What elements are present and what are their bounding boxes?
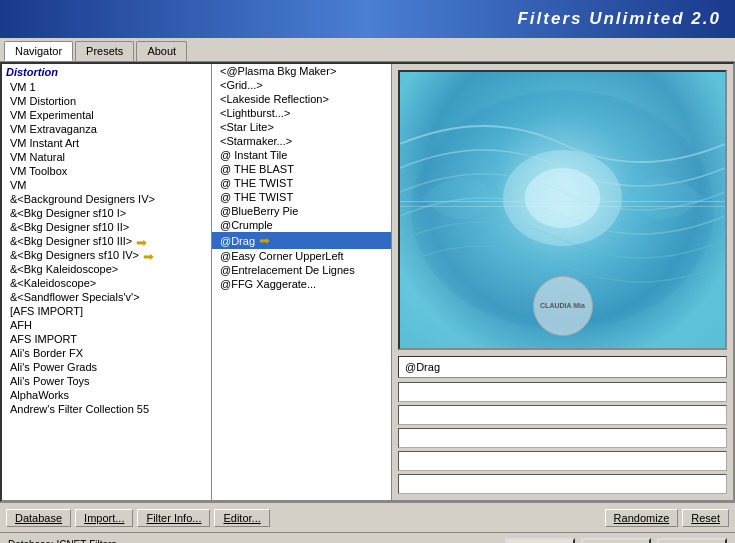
editor-button[interactable]: Editor...: [214, 509, 269, 527]
status-buttons: Apply Cancel Help: [505, 538, 727, 543]
left-list-item[interactable]: Ali's Power Toys: [2, 374, 211, 388]
left-list-item[interactable]: VM Natural: [2, 150, 211, 164]
left-list-item[interactable]: VM Distortion: [2, 94, 211, 108]
main-content: Distortion VM 1VM DistortionVM Experimen…: [0, 62, 735, 502]
preview-area: CLAUDIA Mia: [398, 70, 727, 350]
right-list-item[interactable]: <Lakeside Reflection>: [212, 92, 391, 106]
filter-info-button[interactable]: Filter Info...: [137, 509, 210, 527]
right-list-item[interactable]: @Entrelacement De Lignes: [212, 263, 391, 277]
params-area: [398, 382, 727, 494]
import-button[interactable]: Import...: [75, 509, 133, 527]
left-list-item[interactable]: VM Instant Art: [2, 136, 211, 150]
arrow-icon: ➡: [136, 235, 152, 247]
help-button[interactable]: Help: [657, 538, 727, 543]
left-list-item[interactable]: &<Kaleidoscope>: [2, 276, 211, 290]
right-list-item[interactable]: @BlueBerry Pie: [212, 204, 391, 218]
database-label: Database:: [8, 539, 54, 543]
preview-watermark: CLAUDIA Mia: [533, 276, 593, 336]
left-list-item[interactable]: AlphaWorks: [2, 388, 211, 402]
right-list-item[interactable]: @ THE BLAST: [212, 162, 391, 176]
left-list-item[interactable]: Ali's Power Grads: [2, 360, 211, 374]
param-row-2: [398, 405, 727, 425]
left-list-item[interactable]: &<Bkg Designer sf10 I>: [2, 206, 211, 220]
right-list-item[interactable]: @ Instant Tile: [212, 148, 391, 162]
status-database-row: Database: ICNET-Filters: [8, 539, 116, 543]
left-list-item[interactable]: AFH: [2, 318, 211, 332]
right-panel: CLAUDIA Mia @Drag: [392, 64, 733, 500]
preview-canvas: CLAUDIA Mia: [400, 72, 725, 348]
left-list-item[interactable]: &<Bkg Designer sf10 II>: [2, 220, 211, 234]
param-row-4: [398, 451, 727, 471]
left-list-item[interactable]: &<Bkg Designer sf10 III>➡: [2, 234, 211, 248]
section-header: Distortion: [2, 64, 211, 80]
param-row-5: [398, 474, 727, 494]
filter-name-text: @Drag: [405, 361, 440, 373]
bottom-toolbar: Database Import... Filter Info... Editor…: [0, 502, 735, 532]
filter-name-bar: @Drag: [398, 356, 727, 378]
tab-about[interactable]: About: [136, 41, 187, 61]
right-list-item[interactable]: @ THE TWIST: [212, 176, 391, 190]
title-bar: Filters Unlimited 2.0: [0, 0, 735, 38]
left-panel: Distortion VM 1VM DistortionVM Experimen…: [2, 64, 212, 500]
svg-point-2: [525, 168, 601, 228]
left-list-item[interactable]: [AFS IMPORT]: [2, 304, 211, 318]
right-list-item[interactable]: @ THE TWIST: [212, 190, 391, 204]
database-value: ICNET-Filters: [56, 539, 116, 543]
left-list-item[interactable]: VM Toolbox: [2, 164, 211, 178]
arrow-icon: ➡: [143, 249, 159, 261]
randomize-button[interactable]: Randomize: [605, 509, 679, 527]
status-info: Database: ICNET-Filters Filters: 2770: [8, 539, 116, 543]
right-list-item[interactable]: <Grid...>: [212, 78, 391, 92]
left-list-item[interactable]: &<Background Designers IV>: [2, 192, 211, 206]
left-list-scroll[interactable]: VM 1VM DistortionVM ExperimentalVM Extra…: [2, 80, 211, 500]
left-list-item[interactable]: &<Bkg Designers sf10 IV>➡: [2, 248, 211, 262]
right-list-item[interactable]: @Drag➡: [212, 232, 391, 249]
left-list-container: VM 1VM DistortionVM ExperimentalVM Extra…: [2, 80, 211, 500]
right-list-item[interactable]: <Star Lite>: [212, 120, 391, 134]
left-list-item[interactable]: Andrew's Filter Collection 55: [2, 402, 211, 416]
status-bar: Database: ICNET-Filters Filters: 2770 Ap…: [0, 532, 735, 543]
right-list-item[interactable]: @Crumple: [212, 218, 391, 232]
left-list-item[interactable]: AFS IMPORT: [2, 332, 211, 346]
database-button[interactable]: Database: [6, 509, 71, 527]
right-list-item[interactable]: @Easy Corner UpperLeft: [212, 249, 391, 263]
right-list-item[interactable]: <@Plasma Bkg Maker>: [212, 64, 391, 78]
tabs-row: Navigator Presets About: [0, 38, 735, 62]
param-row-1: [398, 382, 727, 402]
left-list-item[interactable]: VM 1: [2, 80, 211, 94]
left-list-item[interactable]: &<Bkg Kaleidoscope>: [2, 262, 211, 276]
param-row-3: [398, 428, 727, 448]
right-list-item[interactable]: <Starmaker...>: [212, 134, 391, 148]
drag-arrow-icon: ➡: [259, 233, 270, 248]
left-list-item[interactable]: VM Experimental: [2, 108, 211, 122]
reset-button[interactable]: Reset: [682, 509, 729, 527]
left-list-item[interactable]: Ali's Border FX: [2, 346, 211, 360]
left-list-item[interactable]: VM: [2, 178, 211, 192]
app-title: Filters Unlimited 2.0: [517, 9, 721, 29]
tab-presets[interactable]: Presets: [75, 41, 134, 61]
cancel-button[interactable]: Cancel: [581, 538, 651, 543]
right-list-item[interactable]: <Lightburst...>: [212, 106, 391, 120]
tab-navigator[interactable]: Navigator: [4, 41, 73, 61]
apply-button[interactable]: Apply: [505, 538, 575, 543]
right-list-item[interactable]: @FFG Xaggerate...: [212, 277, 391, 291]
left-list-item[interactable]: &<Sandflower Specials'v'>: [2, 290, 211, 304]
right-list-scroll[interactable]: <@Plasma Bkg Maker><Grid...><Lakeside Re…: [212, 64, 391, 500]
left-list-item[interactable]: VM Extravaganza: [2, 122, 211, 136]
